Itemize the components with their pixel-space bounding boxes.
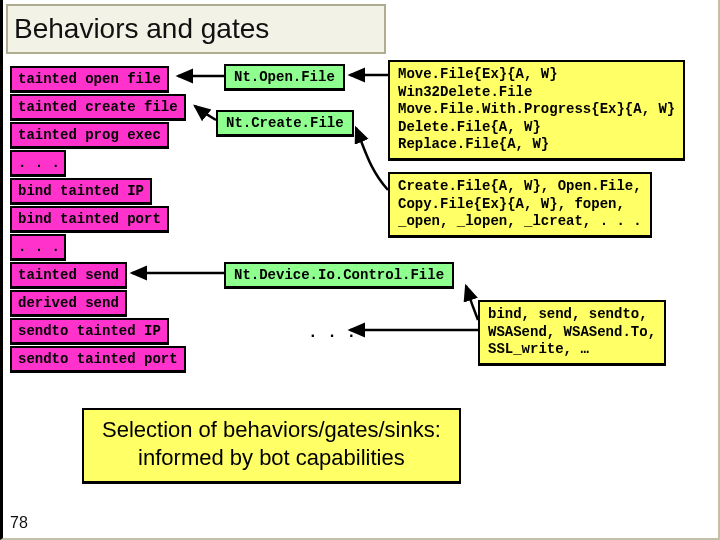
gate-ntdeviceiocontrolfile: Nt.Device.Io.Control.File (224, 262, 454, 289)
gate-ellipsis: . . . (308, 324, 356, 342)
behavior-ellipsis-2: . . . (10, 234, 66, 261)
behavior-sendto-tainted-ip: sendto tainted IP (10, 318, 169, 345)
sink-createfile-group: Create.File{A, W}, Open.File, Copy.File{… (388, 172, 652, 238)
page-number: 78 (10, 514, 28, 532)
behavior-sendto-tainted-port: sendto tainted port (10, 346, 186, 373)
behavior-derived-send: derived send (10, 290, 127, 317)
behavior-tainted-prog-exec: tainted prog exec (10, 122, 169, 149)
behavior-ellipsis-1: . . . (10, 150, 66, 177)
sink-movefile-group: Move.File{Ex}{A, W} Win32Delete.File Mov… (388, 60, 685, 161)
behavior-bind-tainted-port: bind tainted port (10, 206, 169, 233)
sink-network-group: bind, send, sendto, WSASend, WSASend.To,… (478, 300, 666, 366)
gate-ntopenfile: Nt.Open.File (224, 64, 345, 91)
conclusion-box: Selection of behaviors/gates/sinks: info… (82, 408, 461, 484)
title-box: Behaviors and gates (6, 4, 386, 54)
gate-ntcreatefile: Nt.Create.File (216, 110, 354, 137)
behavior-bind-tainted-ip: bind tainted IP (10, 178, 152, 205)
behavior-tainted-create-file: tainted create file (10, 94, 186, 121)
behavior-tainted-open-file: tainted open file (10, 66, 169, 93)
behavior-tainted-send: tainted send (10, 262, 127, 289)
slide-title: Behaviors and gates (14, 13, 269, 45)
